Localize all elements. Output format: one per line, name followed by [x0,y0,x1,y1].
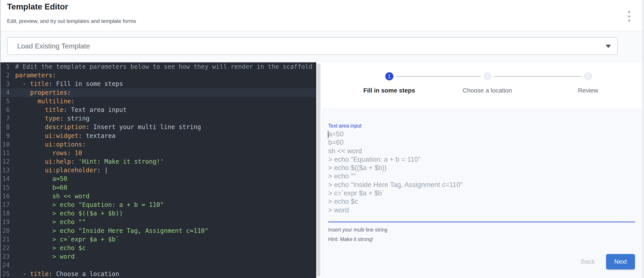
template-editor-app: Template Editor Edit, preview, and try o… [0,0,643,278]
wizard-buttons: Back Next [579,254,635,270]
field-help-text: Hint: Make it strong! [328,236,373,242]
text-cursor [328,131,328,138]
code-line[interactable]: 12 ui:help: 'Hint: Make it strong!' [0,157,316,166]
main-split: 1# Edit the template parameters below to… [0,62,642,278]
code-line[interactable]: 5 multiline: [0,97,316,105]
code-line[interactable]: 11 rows: 10 [0,149,316,157]
code-line[interactable]: 4 properties: [0,88,316,97]
step-2-indicator: 2 [483,72,492,80]
line-number: 11 [0,149,10,157]
code-line[interactable]: 9 ui:widget: textarea [0,132,316,140]
wizard-stepper: 1 2 3 Fill in some steps Choose a locati… [322,62,642,108]
textarea-focus-underline [328,222,635,222]
step-3-indicator: 3 [584,72,592,80]
chevron-down-icon [606,45,611,48]
code-line[interactable]: 16 sh << word [0,192,316,201]
yaml-code-editor[interactable]: 1# Edit the template parameters below to… [0,62,316,278]
line-number: 19 [0,218,10,226]
line-number: 12 [0,157,10,166]
line-number: 17 [0,201,10,209]
code-lines: 1# Edit the template parameters below to… [0,62,316,278]
code-line[interactable]: 22 > echo $c [0,244,316,252]
load-template-select-value: Load Existing Template [17,42,90,50]
line-number: 2 [0,71,10,79]
code-line[interactable]: 24 [0,261,316,270]
kebab-menu-button[interactable] [626,10,632,22]
multiline-textarea[interactable] [328,130,635,219]
code-line[interactable]: 6 title: Text area input [0,105,316,114]
line-number: 13 [0,166,10,174]
code-line[interactable]: 10 ui:options: [0,140,316,149]
code-line[interactable]: 25 - title: Choose a location [0,270,316,278]
field-description: Insert your multi line string [328,227,387,233]
code-line[interactable]: 15 b=60 [0,183,316,192]
next-button[interactable]: Next [606,254,635,270]
header: Template Editor Edit, preview, and try o… [0,0,642,31]
line-number: 6 [0,105,10,114]
step-connector [396,76,481,77]
line-number: 22 [0,244,10,252]
page-title: Template Editor [7,2,68,11]
line-number: 1 [0,62,10,71]
step-2-label: Choose a location [462,87,512,94]
line-number: 10 [0,140,10,149]
line-number: 23 [0,252,10,261]
code-line[interactable]: 17 > echo "Equation: a + b = 110" [0,201,316,209]
line-number: 14 [0,174,10,183]
code-line[interactable]: 3 - title: Fill in some steps [0,79,316,88]
line-number: 3 [0,79,10,88]
line-number: 15 [0,183,10,192]
step-connector [494,76,582,77]
step-1-label: Fill in some steps [364,87,415,94]
back-button[interactable]: Back [579,254,597,270]
line-number: 24 [0,261,10,270]
line-number: 16 [0,192,10,201]
line-number: 21 [0,235,10,244]
load-template-section: Load Existing Template [0,31,642,62]
step-1-indicator: 1 [385,72,394,80]
code-line[interactable]: 21 > c=`expr $a + $b` [0,235,316,244]
preview-pane: 1 2 3 Fill in some steps Choose a locati… [316,62,642,278]
code-line[interactable]: 20 > echo "Inside Here Tag, Assignment c… [0,227,316,235]
kebab-menu-icon [628,11,630,13]
code-line[interactable]: 7 type: string [0,114,316,123]
code-line[interactable]: 18 > echo $(($a + $b)) [0,209,316,218]
line-number: 8 [0,123,10,131]
code-line[interactable]: 2parameters: [0,71,316,79]
code-line[interactable]: 14 a=50 [0,174,316,183]
code-line[interactable]: 19 > echo "" [0,218,316,226]
code-line[interactable]: 1# Edit the template parameters below to… [0,62,316,71]
line-number: 4 [0,88,10,97]
code-line[interactable]: 23 > word [0,252,316,261]
page-subtitle: Edit, preview, and try out templates and… [7,18,136,24]
load-template-select[interactable]: Load Existing Template [7,37,618,55]
code-line[interactable]: 13 ui:placeholder: | [0,166,316,174]
code-line[interactable]: 8 description: Insert your multi line st… [0,123,316,131]
line-number: 18 [0,209,10,218]
textarea-field-label: Text area input [328,123,362,129]
form-preview-panel: Text area input Insert your multi line s… [322,108,642,278]
line-number: 7 [0,114,10,123]
line-number: 20 [0,227,10,235]
line-number: 9 [0,132,10,140]
editor-scrollbar[interactable] [317,63,320,277]
line-number: 25 [0,270,10,278]
step-3-label: Review [578,87,598,94]
line-number: 5 [0,97,10,105]
